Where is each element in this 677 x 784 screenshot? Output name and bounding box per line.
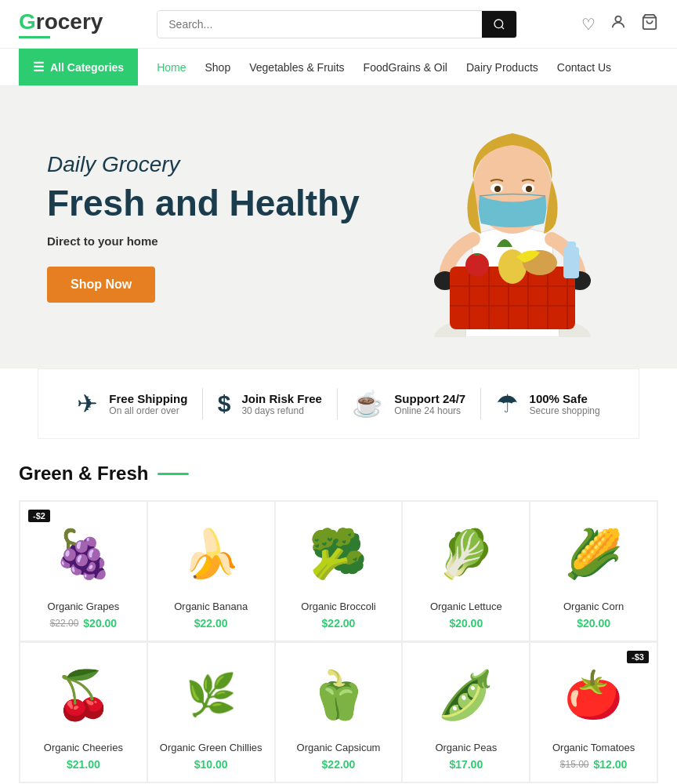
feature-shipping-title: Free Shipping	[109, 392, 187, 405]
svg-rect-19	[563, 247, 579, 278]
feature-risk-desc: 30 days refund	[241, 405, 322, 416]
feature-support-title: Support 24/7	[394, 392, 465, 405]
all-categories-label: All Categories	[50, 61, 124, 74]
search-input[interactable]	[157, 11, 482, 38]
nav-links: Home Shop Vegetables & Fruits FoodGrains…	[138, 61, 630, 74]
cart-icon[interactable]	[641, 13, 658, 34]
broccoli-price-row: $22.00	[322, 617, 356, 630]
wishlist-icon[interactable]: ♡	[581, 15, 596, 34]
product-grapes[interactable]: -$2 🍇 Organic Grapes $22.00 $20.00	[20, 501, 147, 641]
features-bar: ✈ Free Shipping On all order over $ Join…	[38, 368, 639, 439]
badge-tomatoes: -$3	[627, 651, 649, 663]
green-fresh-section: Green & Fresh -$2 🍇 Organic Grapes $22.0…	[0, 439, 677, 784]
cherries-price-row: $21.00	[67, 758, 100, 771]
shop-now-button[interactable]: Shop Now	[47, 267, 155, 303]
feature-safe-title: 100% Safe	[530, 392, 600, 405]
tomatoes-old-price: $15.00	[560, 759, 589, 770]
lettuce-name: Organic Lettuce	[430, 601, 502, 612]
divider-2	[337, 388, 338, 419]
peas-price: $17.00	[449, 758, 483, 771]
feature-risk-title: Join Risk Free	[241, 392, 322, 405]
dollar-icon: $	[218, 390, 231, 417]
navbar: ☰ All Categories Home Shop Vegetables & …	[0, 49, 677, 86]
capsicum-name: Organic Capsicum	[297, 742, 381, 753]
hero-subtitle: Daily Grocery	[47, 152, 360, 177]
peas-name: Organic Peas	[435, 742, 497, 753]
tomatoes-image: 🍅	[547, 655, 641, 734]
section-line	[157, 473, 189, 475]
divider-1	[202, 388, 203, 419]
cherries-name: Organic Cheeries	[44, 742, 123, 753]
badge-grapes: -$2	[28, 510, 50, 522]
lettuce-image: 🥬	[419, 514, 513, 593]
grapes-price: $20.00	[83, 617, 117, 630]
product-chillies[interactable]: 🌿 Organic Green Chillies $10.00	[147, 642, 275, 782]
hero-description: Direct to your home	[47, 234, 360, 248]
feature-risk-text: Join Risk Free 30 days refund	[241, 392, 322, 416]
product-banana[interactable]: 🍌 Organic Banana $22.00	[147, 501, 275, 641]
product-lettuce[interactable]: 🥬 Organic Lettuce $20.00	[402, 501, 530, 641]
banana-name: Organic Banana	[174, 601, 248, 612]
feature-shipping-text: Free Shipping On all order over	[109, 392, 187, 416]
hero-title: Fresh and Healthy	[47, 183, 360, 223]
peas-image: 🫛	[419, 655, 513, 734]
logo[interactable]: Grocery	[19, 9, 103, 38]
capsicum-price-row: $22.00	[322, 758, 356, 771]
hamburger-icon: ☰	[33, 60, 44, 74]
capsicum-image: 🫑	[291, 655, 386, 734]
chillies-name: Organic Green Chillies	[160, 742, 262, 753]
nav-dairy[interactable]: Dairy Products	[466, 61, 538, 74]
grapes-name: Organic Grapes	[48, 601, 120, 612]
feature-support: ☕ Support 24/7 Online 24 hours	[352, 389, 465, 419]
broccoli-price: $22.00	[322, 617, 356, 630]
search-button[interactable]	[482, 11, 516, 38]
grapes-old-price: $22.00	[50, 618, 79, 629]
cherries-price: $21.00	[67, 758, 100, 771]
product-cherries[interactable]: 🍒 Organic Cheeries $21.00	[20, 642, 147, 782]
products-grid-row1: -$2 🍇 Organic Grapes $22.00 $20.00 🍌 Org…	[19, 500, 658, 642]
nav-shop[interactable]: Shop	[205, 61, 231, 74]
product-capsicum[interactable]: 🫑 Organic Capsicum $22.00	[275, 642, 403, 782]
cherries-image: 🍒	[36, 655, 130, 734]
feature-safe: ☂ 100% Safe Secure shopping	[496, 389, 600, 419]
nav-contact[interactable]: Contact Us	[557, 61, 611, 74]
feature-shipping-desc: On all order over	[109, 405, 187, 416]
feature-risk: $ Join Risk Free 30 days refund	[218, 390, 322, 417]
hero-illustration	[395, 110, 630, 337]
search-bar	[157, 10, 517, 38]
nav-home[interactable]: Home	[157, 61, 186, 74]
svg-point-2	[615, 16, 621, 22]
nav-foodgrains[interactable]: FoodGrains & Oil	[364, 61, 447, 74]
umbrella-icon: ☂	[496, 389, 519, 419]
hero-image	[395, 118, 630, 337]
capsicum-price: $22.00	[322, 758, 356, 771]
features-wrapper: ✈ Free Shipping On all order over $ Join…	[0, 368, 677, 439]
user-icon[interactable]	[610, 13, 627, 34]
section-header: Green & Fresh	[19, 463, 658, 485]
product-tomatoes[interactable]: -$3 🍅 Organic Tomatoes $15.00 $12.00	[530, 642, 657, 782]
hero-section: Daily Grocery Fresh and Healthy Direct t…	[0, 86, 677, 368]
nav-vegetables[interactable]: Vegetables & Fruits	[249, 61, 344, 74]
lettuce-price-row: $20.00	[449, 617, 483, 630]
divider-3	[480, 388, 481, 419]
hero-text: Daily Grocery Fresh and Healthy Direct t…	[47, 152, 360, 303]
tomatoes-price-row: $15.00 $12.00	[560, 758, 628, 771]
svg-point-0	[494, 20, 503, 28]
chillies-image: 🌿	[164, 655, 258, 734]
all-categories-button[interactable]: ☰ All Categories	[19, 49, 138, 85]
tomatoes-name: Organic Tomatoes	[552, 742, 635, 753]
svg-rect-20	[567, 241, 576, 249]
banana-price-row: $22.00	[194, 617, 228, 630]
product-broccoli[interactable]: 🥦 Organic Broccoli $22.00	[275, 501, 403, 641]
svg-point-18	[465, 253, 489, 277]
feature-support-desc: Online 24 hours	[394, 405, 465, 416]
section-title: Green & Fresh	[19, 463, 148, 485]
products-grid-row2: 🍒 Organic Cheeries $21.00 🌿 Organic Gree…	[19, 642, 658, 783]
svg-point-24	[494, 186, 501, 192]
plane-icon: ✈	[77, 389, 98, 419]
product-peas[interactable]: 🫛 Organic Peas $17.00	[402, 642, 530, 782]
product-corn[interactable]: 🌽 Organic Corn $20.00	[530, 501, 657, 641]
feature-support-text: Support 24/7 Online 24 hours	[394, 392, 465, 416]
grapes-price-row: $22.00 $20.00	[50, 617, 118, 630]
corn-price-row: $20.00	[577, 617, 610, 630]
